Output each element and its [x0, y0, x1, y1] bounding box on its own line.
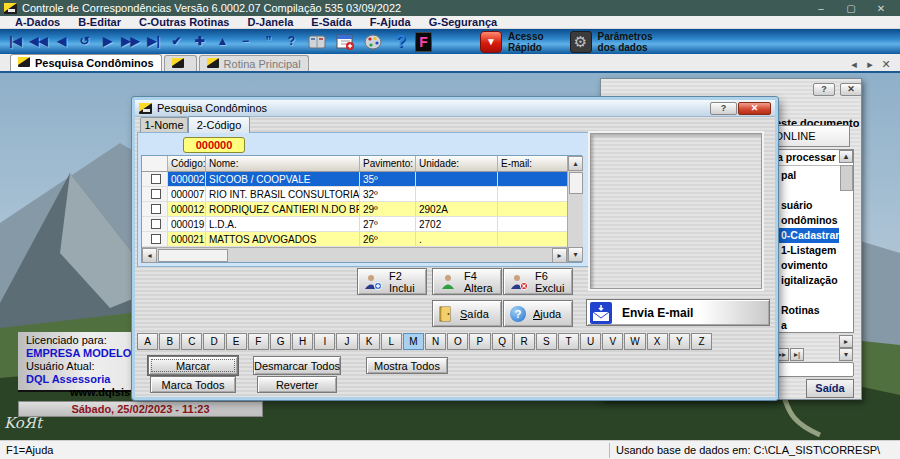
letter-button[interactable]: E [226, 333, 247, 350]
letter-button[interactable]: B [159, 333, 180, 350]
menu-dados[interactable]: A-Dados [6, 16, 69, 29]
letter-button[interactable]: A [137, 333, 158, 350]
letter-button[interactable]: H [292, 333, 313, 350]
scroll-left-icon[interactable]: ◂ [142, 248, 157, 263]
nav-confirm-icon[interactable]: ✔ [165, 29, 188, 54]
letter-button[interactable]: P [469, 333, 490, 350]
letter-button[interactable]: N [425, 333, 446, 350]
help-icon[interactable]: ? [389, 31, 413, 53]
marca-todos-button[interactable]: Marca Todos [150, 376, 236, 393]
letter-button[interactable]: T [558, 333, 579, 350]
side-close-button[interactable]: ✕ [840, 83, 862, 96]
letter-button[interactable]: W [624, 333, 645, 350]
letter-button[interactable]: Q [492, 333, 513, 350]
nav-question-icon[interactable]: ? [280, 29, 303, 54]
saida-button[interactable]: Saída [432, 300, 502, 327]
letter-button[interactable]: K [359, 333, 380, 350]
letter-button[interactable]: X [647, 333, 668, 350]
letter-button[interactable]: F [248, 333, 269, 350]
close-button[interactable]: ✕ [866, 3, 896, 14]
tab-close-icon[interactable]: ✕ [878, 58, 894, 71]
nav-last-icon[interactable]: ▶| [142, 29, 165, 54]
letter-button[interactable]: Y [669, 333, 690, 350]
list-scroll-right-icon[interactable]: ▸ [839, 335, 853, 348]
side-help-button[interactable]: ? [813, 83, 835, 96]
scroll-right-icon[interactable]: ▸ [552, 248, 567, 263]
menu-saida[interactable]: E-Saída [302, 16, 360, 29]
table-row[interactable]: 000019 L.D.A. 27º 2702 [142, 217, 567, 232]
f4-altera-button[interactable]: F4Altera [432, 268, 502, 295]
letter-button[interactable]: J [336, 333, 357, 350]
letter-button-active[interactable]: M [403, 333, 424, 350]
f6-exclui-button[interactable]: F6Exclui [503, 268, 573, 295]
side-nav-last-icon[interactable]: ▸| [790, 348, 804, 361]
calendar-add-icon[interactable] [333, 31, 357, 53]
tab-scroll-left-icon[interactable]: ◂ [846, 58, 862, 71]
letter-button[interactable]: D [203, 333, 224, 350]
nav-quotes-icon[interactable]: ” [257, 29, 280, 54]
tab-scroll-right-icon[interactable]: ▸ [862, 58, 878, 71]
letter-button[interactable]: S [536, 333, 557, 350]
nav-page-back-icon[interactable]: ◀◀ [27, 29, 50, 54]
palette-icon[interactable] [361, 31, 385, 53]
restore-button[interactable]: ▢ [836, 3, 866, 14]
tab-nome[interactable]: 1-Nome [140, 117, 188, 133]
menu-seguranca[interactable]: G-Segurança [420, 16, 506, 29]
side-exit-button[interactable]: Saída [806, 379, 854, 398]
tab-rotina-principal[interactable]: Rotina Principal [199, 55, 309, 71]
nav-delete-icon[interactable]: − [234, 29, 257, 54]
row-checkbox[interactable] [151, 219, 161, 229]
desmarcar-todos-button[interactable]: Desmarcar Todos [253, 356, 341, 375]
letter-button[interactable]: C [181, 333, 202, 350]
dialog-close-button[interactable]: ✕ [738, 102, 771, 115]
menu-janela[interactable]: D-Janela [238, 16, 302, 29]
tab-pesquisa-condominos[interactable]: Pesquisa Condôminos [10, 54, 162, 71]
letter-button[interactable]: Z [691, 333, 712, 350]
code-filter-input[interactable]: 000000 [183, 137, 245, 153]
tab-icon-only[interactable] [164, 55, 197, 71]
tab-codigo[interactable]: 2-Código [188, 116, 250, 133]
nav-first-icon[interactable]: |◀ [4, 29, 27, 54]
scroll-down-icon[interactable]: ▾ [568, 247, 583, 262]
table-row[interactable]: 000002 SICOOB / COOPVALE 35º [142, 172, 567, 187]
letter-button[interactable]: V [602, 333, 623, 350]
letter-button[interactable]: O [447, 333, 468, 350]
table-row[interactable]: 000012 RODRIQUEZ CANTIERI N.DO BRASIL 29… [142, 202, 567, 217]
table-row[interactable]: 000021 MATTOS ADVOGADOS 26º . [142, 232, 567, 247]
list-scroll-up-icon[interactable]: ▴ [839, 150, 853, 163]
letter-button[interactable]: G [270, 333, 291, 350]
row-checkbox[interactable] [151, 189, 161, 199]
list-scroll-thumb[interactable] [840, 165, 853, 191]
nav-back-icon[interactable]: ◀ [50, 29, 73, 54]
nav-edit-icon[interactable]: ▲ [211, 29, 234, 54]
row-checkbox[interactable] [151, 234, 161, 244]
nav-forward-icon[interactable]: ▶ [96, 29, 119, 54]
ajuda-button[interactable]: ? Ajuda [503, 300, 573, 327]
nav-insert-icon[interactable]: ✚ [188, 29, 211, 54]
dialog-help-button[interactable]: ? [710, 102, 737, 115]
grid-h-scrollbar[interactable]: ◂ ▸ [142, 247, 567, 262]
menu-ajuda[interactable]: F-Ajuda [361, 16, 420, 29]
marcar-button[interactable]: Marcar [148, 356, 238, 375]
row-checkbox[interactable] [151, 204, 161, 214]
v-scroll-thumb[interactable] [569, 172, 583, 194]
row-checkbox[interactable] [151, 174, 161, 184]
letter-button[interactable]: I [314, 333, 335, 350]
scroll-up-icon[interactable]: ▴ [568, 156, 583, 171]
h-scroll-thumb[interactable] [158, 249, 228, 262]
nav-refresh-icon[interactable]: ↺ [73, 29, 96, 54]
menu-outras-rotinas[interactable]: C-Outras Rotinas [130, 16, 238, 29]
parametros-button[interactable]: ⚙ Parâmetrosdos dados [570, 31, 653, 53]
f2-inclui-button[interactable]: F2Inclui [357, 268, 427, 295]
letter-button[interactable]: L [381, 333, 402, 350]
envia-email-button[interactable]: Envia E-mail [586, 299, 770, 326]
address-book-icon[interactable] [305, 31, 329, 53]
letter-button[interactable]: R [514, 333, 535, 350]
side-scroll-down-icon[interactable]: ▾ [839, 348, 853, 361]
table-row[interactable]: 000007 RIO INT. BRASIL CONSULTORIA. 32º [142, 187, 567, 202]
mostra-todos-button[interactable]: Mostra Todos [366, 357, 448, 374]
acesso-rapido-button[interactable]: ▼ AcessoRápido [480, 31, 544, 53]
menu-editar[interactable]: B-Editar [69, 16, 130, 29]
nav-page-forward-icon[interactable]: ▶▶ [119, 29, 142, 54]
minimize-button[interactable]: – [806, 3, 836, 14]
